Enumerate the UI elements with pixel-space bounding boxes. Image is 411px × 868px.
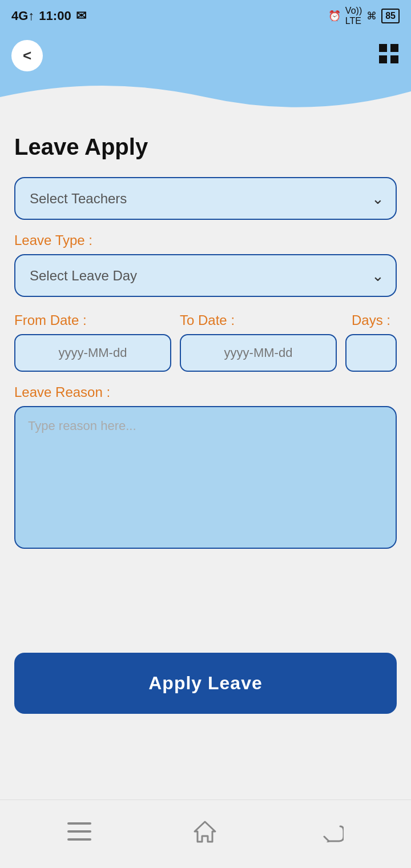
- leave-type-dropdown-wrapper: Select Leave Day ⌄: [14, 254, 397, 297]
- days-input[interactable]: 0: [345, 334, 397, 372]
- top-nav: <: [0, 31, 411, 74]
- menu-icon[interactable]: [378, 43, 400, 69]
- status-left: 4G↑ 11:00 ✉: [11, 9, 86, 23]
- days-col: Days : 0: [345, 310, 397, 372]
- signal-icon: 4G↑: [11, 9, 34, 23]
- leave-reason-section: Leave Reason :: [14, 384, 397, 551]
- grid-icon-svg: [378, 43, 400, 65]
- status-bar: 4G↑ 11:00 ✉ ⏰ Vo))LTE ⌘ 85: [0, 0, 411, 31]
- to-date-input[interactable]: [180, 334, 337, 372]
- bottom-nav: [0, 799, 411, 868]
- date-row: From Date : To Date : Days : 0: [14, 310, 397, 372]
- teacher-select[interactable]: Select Teachers: [14, 177, 397, 220]
- apply-leave-button[interactable]: Apply Leave: [14, 653, 397, 714]
- svg-rect-1: [390, 44, 398, 52]
- apply-button-wrapper: Apply Leave: [0, 653, 411, 714]
- bottom-home-icon[interactable]: [192, 819, 217, 849]
- leave-type-select[interactable]: Select Leave Day: [14, 254, 397, 297]
- volte-icon: Vo))LTE: [345, 6, 362, 26]
- wifi-icon: ⌘: [366, 10, 377, 22]
- to-date-col: To Date :: [180, 310, 337, 372]
- from-date-label: From Date :: [14, 312, 171, 328]
- header-area: <: [0, 31, 411, 120]
- leave-reason-textarea[interactable]: [14, 406, 397, 549]
- page-title: Leave Apply: [14, 134, 397, 160]
- svg-rect-3: [390, 55, 398, 63]
- svg-rect-5: [67, 830, 91, 833]
- battery-indicator: 85: [381, 9, 400, 23]
- from-date-input[interactable]: [14, 334, 171, 372]
- svg-rect-2: [379, 55, 387, 63]
- bottom-menu-icon[interactable]: [67, 821, 91, 847]
- alarm-icon: ⏰: [328, 10, 341, 22]
- from-date-col: From Date :: [14, 310, 171, 372]
- days-label: Days :: [352, 312, 390, 328]
- leave-reason-label: Leave Reason :: [14, 384, 397, 400]
- svg-rect-0: [379, 44, 387, 52]
- teacher-dropdown-wrapper: Select Teachers ⌄: [14, 177, 397, 220]
- back-button[interactable]: <: [11, 40, 43, 71]
- bottom-back-icon[interactable]: [319, 821, 344, 847]
- main-content: Leave Apply Select Teachers ⌄ Leave Type…: [0, 120, 411, 634]
- message-icon: ✉: [76, 9, 86, 23]
- to-date-label: To Date :: [180, 312, 337, 328]
- leave-type-label: Leave Type :: [14, 232, 397, 248]
- time-display: 11:00: [39, 9, 71, 23]
- leave-type-section: Leave Type : Select Leave Day ⌄: [14, 232, 397, 297]
- status-right: ⏰ Vo))LTE ⌘ 85: [328, 6, 400, 26]
- wave-decoration: [0, 74, 411, 120]
- svg-rect-6: [67, 838, 91, 841]
- svg-rect-4: [67, 822, 91, 825]
